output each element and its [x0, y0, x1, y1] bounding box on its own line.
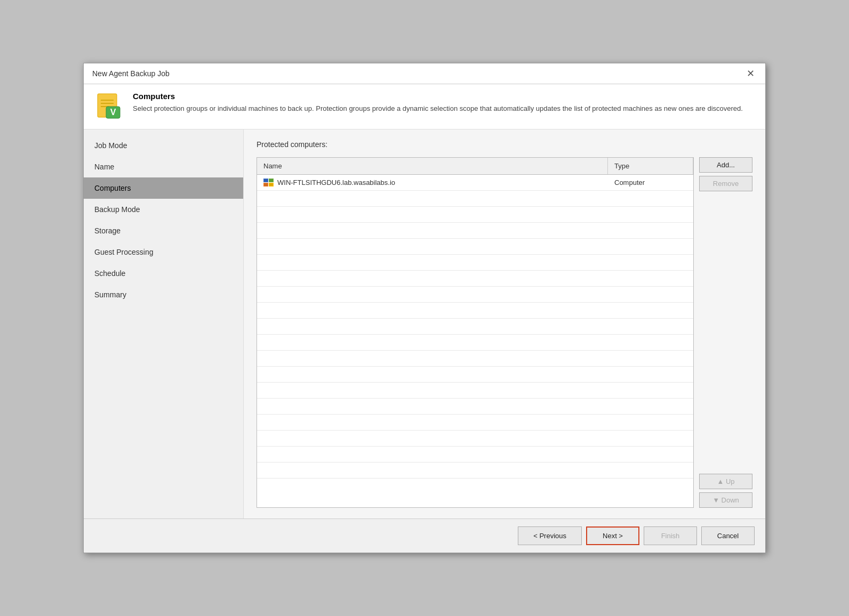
- table-row[interactable]: WIN-FTLSITHGDU6.lab.wasabilabs.io Comput…: [257, 175, 693, 191]
- empty-row: [257, 239, 693, 255]
- sidebar-item-storage[interactable]: Storage: [84, 220, 243, 241]
- next-button[interactable]: Next >: [586, 526, 639, 545]
- empty-row: [257, 367, 693, 383]
- empty-row: [257, 431, 693, 447]
- svg-rect-11: [269, 179, 273, 182]
- sidebar: Job Mode Name Computers Backup Mode Stor…: [84, 129, 244, 518]
- sidebar-item-backup-mode[interactable]: Backup Mode: [84, 199, 243, 220]
- down-arrow-icon: ▼: [712, 496, 721, 504]
- sidebar-item-guest-processing[interactable]: Guest Processing: [84, 241, 243, 263]
- col-type: Type: [608, 158, 693, 174]
- previous-button[interactable]: < Previous: [518, 526, 582, 545]
- header-icon: V: [94, 92, 124, 121]
- empty-row: [257, 207, 693, 223]
- empty-row: [257, 335, 693, 351]
- header-area: V Computers Select protection groups or …: [84, 84, 765, 129]
- sidebar-item-summary[interactable]: Summary: [84, 284, 243, 305]
- add-button[interactable]: Add...: [699, 157, 752, 173]
- close-button[interactable]: ✕: [744, 69, 757, 78]
- empty-row: [257, 271, 693, 287]
- sidebar-item-name[interactable]: Name: [84, 156, 243, 177]
- empty-row: [257, 399, 693, 415]
- computer-name-cell: WIN-FTLSITHGDU6.lab.wasabilabs.io: [257, 175, 608, 190]
- empty-row: [257, 415, 693, 431]
- table-body: WIN-FTLSITHGDU6.lab.wasabilabs.io Comput…: [257, 175, 693, 507]
- svg-rect-13: [269, 183, 273, 186]
- empty-row: [257, 319, 693, 335]
- empty-row: [257, 255, 693, 271]
- footer: < Previous Next > Finish Cancel: [84, 518, 765, 553]
- finish-button[interactable]: Finish: [644, 526, 697, 545]
- svg-text:V: V: [110, 108, 116, 117]
- up-button[interactable]: ▲ Up: [699, 474, 752, 489]
- header-text: Computers Select protection groups or in…: [133, 92, 743, 114]
- top-buttons-group: Add... Remove: [699, 157, 752, 191]
- col-name: Name: [257, 158, 608, 174]
- sidebar-item-job-mode[interactable]: Job Mode: [84, 135, 243, 156]
- sidebar-item-schedule[interactable]: Schedule: [84, 263, 243, 284]
- dialog-title: New Agent Backup Job: [92, 69, 170, 78]
- header-description: Select protection groups or individual m…: [133, 104, 743, 114]
- computer-icon: [263, 179, 274, 187]
- cancel-button[interactable]: Cancel: [701, 526, 755, 545]
- computers-table: Name Type: [257, 157, 694, 508]
- bottom-buttons-group: ▲ Up ▼ Down: [699, 474, 752, 508]
- sidebar-item-computers[interactable]: Computers: [84, 177, 243, 199]
- main-content: Protected computers: Name Type: [244, 129, 765, 518]
- empty-row: [257, 303, 693, 319]
- empty-row: [257, 463, 693, 479]
- computer-name: WIN-FTLSITHGDU6.lab.wasabilabs.io: [277, 179, 395, 187]
- empty-row: [257, 447, 693, 463]
- empty-row: [257, 191, 693, 207]
- up-arrow-icon: ▲: [717, 477, 725, 485]
- table-header: Name Type: [257, 158, 693, 175]
- body-area: Job Mode Name Computers Backup Mode Stor…: [84, 129, 765, 518]
- empty-row: [257, 287, 693, 303]
- header-title: Computers: [133, 92, 743, 101]
- svg-rect-10: [264, 179, 268, 182]
- svg-rect-12: [264, 183, 268, 186]
- new-agent-backup-job-dialog: New Agent Backup Job ✕ V Computers Selec…: [83, 63, 766, 553]
- computer-type-cell: Computer: [608, 175, 693, 190]
- table-area: Name Type: [257, 157, 752, 508]
- title-bar: New Agent Backup Job ✕: [84, 63, 765, 84]
- remove-button[interactable]: Remove: [699, 176, 752, 191]
- protected-computers-label: Protected computers:: [257, 140, 752, 149]
- empty-row: [257, 351, 693, 367]
- down-button[interactable]: ▼ Down: [699, 492, 752, 508]
- side-buttons: Add... Remove ▲ Up ▼ Down: [699, 157, 752, 508]
- empty-row: [257, 383, 693, 399]
- empty-row: [257, 223, 693, 239]
